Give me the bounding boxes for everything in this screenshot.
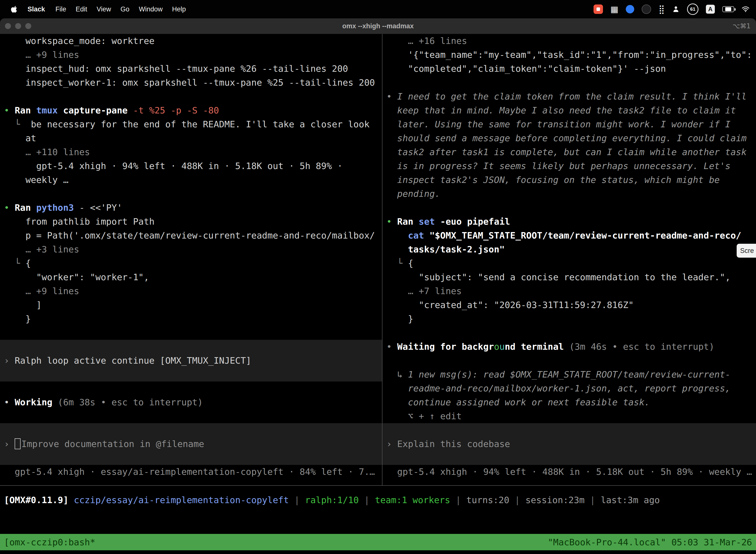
dark-app-icon[interactable]	[642, 4, 651, 14]
tmux-session-window: [omx-cczip0:bash*	[4, 537, 95, 547]
blank-line	[382, 201, 756, 215]
terminal-line: '{"team_name":"my-team","task_id":"1","f…	[382, 48, 756, 62]
terminal-line: is in progress? It seems likely but perh…	[382, 159, 756, 173]
window-title-bar[interactable]: omx --xhigh --madmax ⌥⌘1	[0, 18, 756, 34]
menu-bar: Slack FileEditViewGoWindowHelp ▦ ⣿ 61 A	[0, 0, 756, 18]
terminal-line: … +3 lines	[0, 242, 382, 257]
menu-bar-status-icons: ▦ ⣿ 61 A	[593, 3, 750, 15]
terminal-line: gpt-5.4 xhigh · 94% left · 488K in · 5.1…	[0, 159, 382, 173]
prompt-line: › Explain this codebase	[382, 437, 756, 451]
terminal-line: • Working (6m 38s • esc to interrupt)	[0, 395, 382, 409]
ralph-loop-banner[interactable]: › Ralph loop active continue [OMX_TMUX_I…	[0, 340, 382, 382]
terminal-line: from pathlib import Path	[0, 215, 382, 229]
text-cursor	[15, 438, 20, 449]
tmux-pane-left[interactable]: workspace_mode: worktree … +9 lines insp…	[0, 34, 382, 486]
composer-input[interactable]: › Improve documentation in @filename	[0, 423, 382, 465]
battery-percentage-icon[interactable]: 61	[687, 3, 698, 15]
terminal-line: gpt-5.4 xhigh · essay/ai-reimplementatio…	[0, 465, 382, 479]
blank-line	[382, 76, 756, 90]
terminal-line: └ {	[0, 257, 382, 270]
screen-recording-stop-icon[interactable]	[593, 4, 603, 14]
grid-app-icon[interactable]: ▦	[611, 4, 618, 15]
prompt-line: › Improve documentation in @filename	[0, 437, 382, 451]
tmux-status-bar: [omx-cczip0:bash* "MacBook-Pro-44.local"…	[0, 534, 756, 550]
terminal-line: … +110 lines	[0, 145, 382, 159]
terminal-content: workspace_mode: worktree … +9 lines insp…	[0, 34, 756, 554]
terminal-line: ]	[0, 298, 382, 312]
terminal-line: continue assigned work or next feasible …	[382, 395, 756, 409]
terminal-line: "worker": "worker-1",	[0, 270, 382, 284]
terminal-line: later. Using the same for transition mig…	[382, 117, 756, 131]
terminal-line: "completed","claim_token":"claim-token"}…	[382, 62, 756, 76]
prompt-line: › Ralph loop active continue [OMX_TMUX_I…	[0, 354, 382, 368]
terminal-line: pending.	[382, 187, 756, 201]
terminal-line: • I need to get the claim token from the…	[382, 90, 756, 104]
menu-bar-left: Slack FileEditViewGoWindowHelp	[6, 5, 190, 13]
terminal-line: inspect_worker-1: omx sparkshell --tmux-…	[0, 76, 382, 90]
input-source-icon[interactable]: A	[706, 5, 715, 14]
terminal-window: omx --xhigh --madmax ⌥⌘1 workspace_mode:…	[0, 18, 756, 554]
window-shortcut-hint: ⌥⌘1	[733, 22, 751, 30]
blank-line	[0, 187, 382, 201]
blank-line	[0, 409, 382, 423]
terminal-line: • Ran tmux capture-pane -t %25 -p -S -80	[0, 104, 382, 117]
pane-bottom-border	[0, 485, 756, 486]
terminal-line: • Ran set -euo pipefail	[382, 215, 756, 229]
blank-line	[0, 326, 382, 340]
menu-edit[interactable]: Edit	[71, 5, 92, 13]
terminal-line: … +7 lines	[382, 284, 756, 298]
terminal-line: workspace_mode: worktree	[0, 34, 382, 48]
battery-icon[interactable]	[722, 6, 734, 12]
user-icon[interactable]	[672, 4, 680, 15]
terminal-line: }	[0, 312, 382, 326]
terminal-line: tasks/task-2.json"	[382, 242, 756, 257]
blank-line	[0, 382, 382, 395]
window-title: omx --xhigh --madmax	[0, 22, 756, 30]
terminal-line: cat "$OMX_TEAM_STATE_ROOT/team/review-cu…	[382, 229, 756, 242]
terminal-line: ↳ 1 new msg(s): read $OMX_TEAM_STATE_ROO…	[382, 368, 756, 382]
menu-help[interactable]: Help	[168, 5, 191, 13]
blank-line	[0, 90, 382, 104]
terminal-line: readme-and-reco/mailbox/worker-1.json, a…	[382, 382, 756, 395]
terminal-line: at	[0, 131, 382, 145]
blank-line	[382, 326, 756, 340]
terminal-line: … +16 lines	[382, 34, 756, 48]
terminal-line: gpt-5.4 xhigh · 94% left · 488K in · 5.1…	[382, 465, 756, 479]
terminal-line: inspect_hud: omx sparkshell --tmux-pane …	[0, 62, 382, 76]
terminal-line: p = Path('.omx/state/team/review-current…	[0, 229, 382, 242]
battery-fill	[725, 7, 731, 11]
terminal-line: └ be necessary for the end of the README…	[0, 117, 382, 131]
terminal-line: task2 after task1 is complete, but can I…	[382, 145, 756, 159]
menu-app-name[interactable]: Slack	[23, 5, 50, 13]
tmux-host-datetime: "MacBook-Pro-44.local" 05:03 31-Mar-26	[548, 537, 752, 547]
tmux-pane-right[interactable]: … +16 lines '{"team_name":"my-team","tas…	[382, 34, 756, 486]
menu-file[interactable]: File	[51, 5, 71, 13]
wifi-icon[interactable]	[742, 4, 750, 15]
stop-square-icon	[596, 7, 600, 11]
menu-go[interactable]: Go	[116, 5, 134, 13]
terminal-line: "subject": "send a concise recommendatio…	[382, 270, 756, 284]
blue-app-icon[interactable]	[626, 5, 634, 13]
omx-status-line: [OMX#0.11.9] cczip/essay/ai-reimplementa…	[0, 493, 756, 507]
terminal-line: }	[382, 312, 756, 326]
composer-input[interactable]: › Explain this codebase	[382, 423, 756, 465]
terminal-line: • Waiting for background terminal (3m 46…	[382, 340, 756, 354]
terminal-line: keep that in mind. Maybe I also need the…	[382, 104, 756, 117]
terminal-line: └ {	[382, 257, 756, 270]
terminal-line: "created_at": "2026-03-31T11:59:27.816Z"	[382, 298, 756, 312]
menu-view[interactable]: View	[92, 5, 116, 13]
terminal-line: should send a message before completing …	[382, 131, 756, 145]
terminal-line: ⌥ + ↑ edit	[382, 409, 756, 423]
terminal-line: • Ran python3 - <<'PY'	[0, 201, 382, 215]
menu-window[interactable]: Window	[134, 5, 168, 13]
app-grid-icon[interactable]: ⣿	[658, 4, 665, 15]
apple-menu-icon[interactable]	[6, 5, 22, 13]
terminal-line: inspect task2's JSON, focusing on the st…	[382, 173, 756, 187]
terminal-line: weekly …	[0, 173, 382, 187]
terminal-line: … +9 lines	[0, 48, 382, 62]
blank-line	[382, 354, 756, 368]
menu-items: FileEditViewGoWindowHelp	[51, 5, 191, 13]
terminal-line: … +9 lines	[0, 284, 382, 298]
screen-share-overlay[interactable]: Scre	[737, 244, 756, 258]
